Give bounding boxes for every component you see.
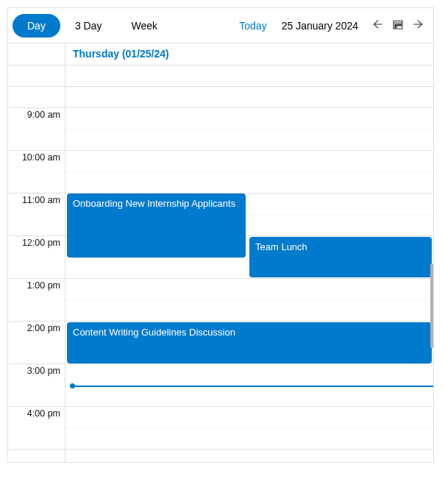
calendar-icon <box>392 18 404 32</box>
time-label: 10:00 am <box>8 151 65 193</box>
event-content-writing[interactable]: Content Writing Guidelines Discussion <box>67 322 432 363</box>
event-onboarding[interactable]: Onboarding New Internship Applicants <box>67 194 246 258</box>
view-tabs: Day 3 Day Week <box>13 14 172 38</box>
svg-rect-3 <box>397 24 399 26</box>
time-label <box>8 450 65 462</box>
current-date-label: 25 January 2024 <box>277 20 367 32</box>
today-button[interactable]: Today <box>229 14 277 38</box>
calendar-body: Thursday (01/25/24) 9:00 am 10:00 am 11:… <box>7 43 434 463</box>
svg-rect-2 <box>395 24 396 26</box>
time-label: 1:00 pm <box>8 279 65 321</box>
tab-3day[interactable]: 3 Day <box>60 14 117 38</box>
tab-day[interactable]: Day <box>13 14 60 38</box>
scrollbar-thumb[interactable] <box>430 263 433 348</box>
date-picker-button[interactable] <box>388 15 408 36</box>
day-header-row: Thursday (01/25/24) <box>8 43 433 65</box>
svg-rect-4 <box>400 24 402 26</box>
svg-rect-5 <box>395 26 396 28</box>
events-layer: Onboarding New Internship Applicants Tea… <box>67 87 432 462</box>
time-label: 2:00 pm <box>8 322 65 363</box>
time-grid[interactable]: 9:00 am 10:00 am 11:00 am 12:00 pm 1:00 … <box>8 87 433 462</box>
tab-week[interactable]: Week <box>116 14 172 38</box>
time-label: 12:00 pm <box>8 236 65 278</box>
all-day-slot[interactable] <box>65 65 433 86</box>
next-button[interactable] <box>408 15 429 36</box>
time-label: 9:00 am <box>8 108 65 150</box>
time-label <box>8 87 65 107</box>
gutter-allday <box>8 65 65 86</box>
gutter-header <box>8 43 65 65</box>
event-title: Onboarding New Internship Applicants <box>73 198 235 209</box>
time-label: 3:00 pm <box>8 364 65 406</box>
arrow-left-icon <box>371 18 383 32</box>
time-label: 4:00 pm <box>8 407 65 449</box>
all-day-row[interactable] <box>8 65 433 87</box>
time-label: 11:00 am <box>8 194 65 235</box>
prev-button[interactable] <box>367 15 388 36</box>
calendar-toolbar: Day 3 Day Week Today 25 January 2024 <box>7 7 434 43</box>
event-team-lunch[interactable]: Team Lunch <box>249 237 432 277</box>
arrow-right-icon <box>413 18 424 32</box>
event-title: Content Writing Guidelines Discussion <box>73 327 235 338</box>
day-column-header[interactable]: Thursday (01/25/24) <box>65 43 433 65</box>
event-title: Team Lunch <box>255 241 307 252</box>
